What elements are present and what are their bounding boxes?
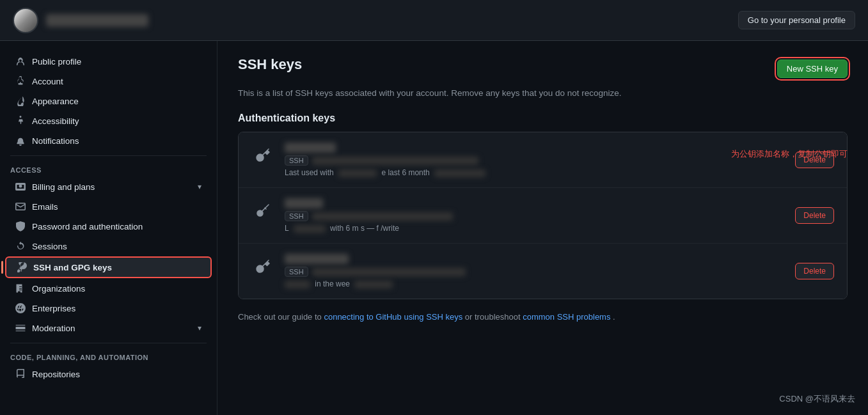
ssh-problems-link[interactable]: common SSH problems	[523, 312, 610, 322]
repo-icon	[15, 369, 26, 379]
sidebar-item-label: SSH and GPG keys	[33, 263, 200, 272]
sidebar-item-label: Enterprises	[32, 304, 201, 313]
key-fingerprint-blur-2	[312, 212, 453, 221]
svg-point-0	[257, 210, 263, 216]
page-title: SSH keys	[238, 56, 302, 73]
sidebar-item-password[interactable]: Password and authentication	[5, 217, 212, 236]
sessions-icon	[15, 241, 26, 251]
key-info-3: SSH in the wee	[285, 254, 785, 288]
main-layout: Public profile Account Appearance	[0, 41, 868, 415]
sidebar-item-repositories[interactable]: Repositories	[5, 364, 212, 384]
key-card-2: SSH L with 6 m s — f /write Delete	[239, 188, 847, 244]
username-blur	[46, 14, 148, 27]
page-description: This is a list of SSH keys associated wi…	[238, 87, 848, 100]
top-header: Go to your personal profile	[0, 0, 868, 41]
code-section-label: Code, planning, and automation	[0, 348, 217, 364]
key-fingerprint-blur-3	[312, 268, 466, 276]
delete-key-button-2[interactable]: Delete	[795, 207, 834, 224]
key-fingerprint-row-3: SSH	[285, 267, 785, 277]
chinese-annotation: 为公钥添加名称，复制公钥即可	[731, 148, 848, 160]
sidebar-item-label: Account	[32, 77, 201, 86]
sidebar-item-label: Repositories	[32, 370, 201, 379]
key-info-1: SSH Last used with e last 6 month	[285, 143, 785, 177]
sidebar-item-moderation[interactable]: Moderation ▾	[5, 318, 212, 338]
new-ssh-key-button[interactable]: New SSH key	[777, 59, 848, 78]
key-info-2: SSH L with 6 m s — f /write	[285, 198, 785, 233]
key-icon	[17, 262, 27, 272]
key-meta-2: L with 6 m s — f /write	[285, 224, 785, 233]
key-card-3: SSH in the wee Delete	[239, 244, 847, 299]
key-meta-1: Last used with e last 6 month	[285, 168, 785, 177]
sidebar-item-label: Public profile	[32, 57, 201, 67]
auth-keys-label: Authentication keys	[238, 113, 848, 124]
ssh-badge-3: SSH	[285, 267, 308, 277]
paintbrush-icon	[15, 96, 26, 106]
go-to-profile-button[interactable]: Go to your personal profile	[738, 11, 855, 29]
sidebar-item-label: Accessibility	[32, 116, 201, 126]
sidebar-item-label: Sessions	[32, 242, 201, 251]
globe-icon	[15, 303, 26, 313]
sidebar-item-organizations[interactable]: Organizations	[5, 279, 212, 298]
sidebar-divider	[10, 155, 207, 156]
key-name-blur-2	[285, 198, 323, 208]
sidebar-item-label: Password and authentication	[32, 222, 201, 231]
chevron-down-icon: ▾	[198, 324, 201, 333]
ssh-badge-2: SSH	[285, 211, 308, 221]
sidebar-item-accessibility[interactable]: Accessibility	[5, 111, 212, 130]
sidebar-item-label: Appearance	[32, 97, 201, 106]
page-header-row: SSH keys New SSH key	[238, 56, 848, 81]
sidebar: Public profile Account Appearance	[0, 41, 217, 415]
sidebar-item-public-profile[interactable]: Public profile	[5, 52, 212, 71]
shield-icon	[15, 221, 26, 231]
delete-key-button-3[interactable]: Delete	[795, 263, 834, 279]
email-icon	[15, 201, 26, 212]
key-fingerprint-row-1: SSH	[285, 155, 785, 166]
person-icon	[15, 56, 26, 67]
org-icon	[15, 283, 26, 294]
sidebar-item-billing[interactable]: Billing and plans ▾	[5, 177, 212, 196]
key-card: SSH Last used with e last 6 month Delete	[239, 132, 847, 188]
sidebar-item-account[interactable]: Account	[5, 72, 212, 91]
moderation-icon	[15, 323, 26, 333]
sidebar-item-sessions[interactable]: Sessions	[5, 237, 212, 256]
avatar	[13, 8, 38, 33]
sidebar-item-notifications[interactable]: Notifications	[5, 131, 212, 150]
key-name-row-1	[285, 143, 785, 153]
sidebar-item-label: Moderation	[32, 324, 191, 333]
key-name-blur-3	[285, 254, 349, 264]
access-section-label: Access	[0, 161, 217, 176]
key-meta-3: in the wee	[285, 279, 785, 288]
key-name-row-2	[285, 198, 785, 208]
sidebar-item-emails[interactable]: Emails	[5, 197, 212, 216]
key-icon-1	[251, 144, 274, 167]
footer-text: Check out our guide to connecting to Git…	[238, 312, 848, 322]
header-left	[13, 8, 148, 33]
ssh-guide-link[interactable]: connecting to GitHub using SSH keys	[324, 312, 462, 322]
billing-icon	[15, 182, 26, 192]
key-fingerprint-row-2: SSH	[285, 211, 785, 221]
bell-icon	[15, 136, 26, 146]
key-fingerprint-blur	[312, 157, 478, 165]
sidebar-item-label: Billing and plans	[32, 182, 191, 192]
sidebar-item-ssh-gpg[interactable]: SSH and GPG keys	[5, 256, 212, 278]
sidebar-item-appearance[interactable]: Appearance	[5, 91, 212, 111]
content-area: SSH keys New SSH key This is a list of S…	[217, 41, 868, 415]
gear-icon	[15, 76, 26, 86]
key-name-blur	[285, 143, 336, 153]
key-icon-2	[251, 200, 274, 223]
sidebar-item-enterprises[interactable]: Enterprises	[5, 299, 212, 318]
sidebar-item-label: Emails	[32, 202, 201, 212]
ssh-badge: SSH	[285, 155, 308, 166]
accessibility-icon	[15, 116, 26, 126]
chevron-down-icon: ▾	[198, 182, 201, 191]
sidebar-divider-2	[10, 343, 207, 343]
csdn-watermark: CSDN @不语风来去	[779, 393, 855, 405]
sidebar-item-label: Notifications	[32, 136, 201, 146]
key-name-row-3	[285, 254, 785, 264]
key-icon-3	[251, 255, 274, 278]
sidebar-item-label: Organizations	[32, 284, 201, 294]
